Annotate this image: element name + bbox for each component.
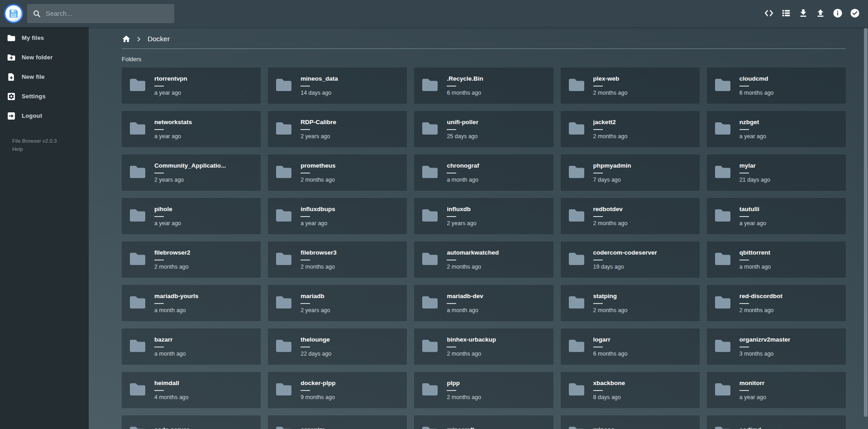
folder-card[interactable]: cloudcmd6 months ago bbox=[707, 67, 846, 104]
folder-name: rtorrentvpn bbox=[154, 75, 187, 82]
folder-name: logarr bbox=[593, 336, 628, 343]
folder-name: mariadb bbox=[300, 293, 330, 299]
folder-card[interactable]: mineos_data14 days ago bbox=[268, 67, 407, 104]
folder-card[interactable]: plpp2 months ago bbox=[414, 372, 553, 408]
sidebar-item-label: Logout bbox=[22, 112, 42, 119]
view-list-button[interactable] bbox=[780, 8, 792, 19]
folder-icon bbox=[421, 206, 439, 226]
folder-card[interactable]: networkstatsa year ago bbox=[122, 111, 261, 147]
folder-card[interactable]: monitorra year ago bbox=[707, 372, 846, 408]
name-divider bbox=[593, 303, 603, 304]
folder-card[interactable]: qbittorrenta month ago bbox=[707, 241, 846, 278]
folder-card[interactable]: minecraft bbox=[414, 415, 553, 429]
folder-name: code-server bbox=[154, 426, 189, 429]
folder-card[interactable]: Community_Applicatio...2 years ago bbox=[122, 154, 261, 191]
filebrowser-logo[interactable] bbox=[4, 4, 23, 23]
folder-card[interactable]: docker-plpp9 months ago bbox=[268, 372, 407, 408]
folder-card[interactable]: influxdbupsa year ago bbox=[268, 198, 407, 234]
folder-card[interactable]: mineos bbox=[561, 415, 700, 429]
sidebar-item-new-file[interactable]: New file bbox=[0, 67, 89, 87]
folder-icon bbox=[714, 250, 732, 270]
folder-modified: 2 months ago bbox=[447, 264, 499, 270]
name-divider bbox=[593, 129, 603, 130]
folder-card[interactable]: tautullia year ago bbox=[707, 198, 846, 234]
folder-modified: 3 months ago bbox=[739, 351, 791, 357]
name-divider bbox=[739, 260, 749, 260]
search-input[interactable] bbox=[46, 10, 169, 17]
folder-card[interactable]: mariadb-yourlsa month ago bbox=[122, 285, 261, 321]
upload-icon bbox=[816, 8, 825, 19]
folder-icon bbox=[714, 424, 732, 429]
folder-icon bbox=[568, 163, 586, 183]
folder-card[interactable]: phpmyadmin7 days ago bbox=[561, 154, 700, 191]
folder-card[interactable]: unifi-poller25 days ago bbox=[414, 111, 553, 147]
folder-card[interactable]: red-discordbot2 months ago bbox=[707, 285, 846, 321]
folder-name: xbackbone bbox=[593, 380, 625, 386]
help-link[interactable]: Help bbox=[12, 145, 23, 154]
folder-card[interactable]: binhex-urbackup2 months ago bbox=[414, 328, 553, 365]
folder-card[interactable]: heimdall4 months ago bbox=[122, 372, 261, 408]
folder-card[interactable]: jackett22 months ago bbox=[561, 111, 700, 147]
switch-view-button[interactable] bbox=[763, 8, 775, 19]
sidebar-item-label: New file bbox=[22, 73, 45, 80]
sidebar-item-label: My files bbox=[22, 34, 44, 41]
folder-icon bbox=[714, 206, 732, 226]
info-button[interactable] bbox=[832, 8, 844, 19]
download-icon bbox=[798, 8, 808, 19]
folder-card[interactable]: mariadb-deva month ago bbox=[414, 285, 553, 321]
folders-section-label: Folders bbox=[122, 56, 846, 63]
sidebar-item-my-files[interactable]: My files bbox=[0, 28, 89, 48]
sidebar-item-new-folder[interactable]: New folder bbox=[0, 48, 89, 67]
search-bar[interactable] bbox=[27, 4, 174, 23]
folder-card[interactable]: nzbgeta year ago bbox=[707, 111, 846, 147]
folder-card[interactable]: automarkwatched2 months ago bbox=[414, 241, 553, 278]
sidebar-item-settings[interactable]: Settings bbox=[0, 87, 89, 106]
file-plus-icon bbox=[7, 72, 16, 82]
folder-card[interactable]: thelounge22 days ago bbox=[268, 328, 407, 365]
upload-button[interactable] bbox=[815, 8, 826, 19]
folder-card[interactable]: chronografa month ago bbox=[414, 154, 553, 191]
folder-card[interactable]: organizr bbox=[268, 415, 407, 429]
folder-card[interactable]: codimd bbox=[707, 415, 846, 429]
folder-icon bbox=[568, 250, 586, 270]
folder-card[interactable]: mariadb2 years ago bbox=[268, 285, 407, 321]
scrollbar[interactable] bbox=[864, 28, 868, 417]
folder-icon bbox=[421, 76, 439, 96]
folder-card[interactable]: .Recycle.Bin6 months ago bbox=[414, 67, 553, 104]
folder-card[interactable]: RDP-Calibre2 years ago bbox=[268, 111, 407, 147]
folder-name: RDP-Calibre bbox=[300, 119, 336, 125]
folder-card[interactable]: statping2 months ago bbox=[561, 285, 700, 321]
folder-modified: 2 years ago bbox=[300, 133, 336, 140]
folder-card[interactable]: influxdb2 years ago bbox=[414, 198, 553, 234]
chevron-right-icon bbox=[135, 36, 142, 43]
download-button[interactable] bbox=[797, 8, 809, 19]
folder-icon bbox=[568, 76, 586, 96]
select-multiple-button[interactable] bbox=[849, 8, 861, 19]
name-divider bbox=[447, 390, 456, 391]
folder-card[interactable]: plex-web2 months ago bbox=[561, 67, 700, 104]
folder-card[interactable]: redbotdev2 months ago bbox=[561, 198, 700, 234]
home-icon[interactable] bbox=[122, 34, 131, 43]
folder-icon bbox=[275, 76, 293, 96]
folder-card[interactable]: code-server bbox=[122, 415, 261, 429]
folder-modified: 21 days ago bbox=[739, 177, 770, 183]
folder-name: nzbget bbox=[739, 119, 766, 125]
folder-modified: a month ago bbox=[447, 307, 483, 313]
folder-card[interactable]: codercom-codeserver19 days ago bbox=[561, 241, 700, 278]
folder-card[interactable]: prometheus2 months ago bbox=[268, 154, 407, 191]
folder-card[interactable]: logarr6 months ago bbox=[561, 328, 700, 365]
folder-card[interactable]: rtorrentvpna year ago bbox=[122, 67, 261, 104]
folder-icon bbox=[568, 206, 586, 226]
folder-card[interactable]: filebrowser22 months ago bbox=[122, 241, 261, 278]
folder-name: statping bbox=[593, 293, 628, 299]
folder-card[interactable]: organizrv2master3 months ago bbox=[707, 328, 846, 365]
folder-card[interactable]: xbackbone8 days ago bbox=[561, 372, 700, 408]
name-divider bbox=[154, 216, 164, 217]
folder-card[interactable]: piholea year ago bbox=[122, 198, 261, 234]
folder-name: minecraft bbox=[447, 426, 474, 429]
folder-card[interactable]: mylar21 days ago bbox=[707, 154, 846, 191]
folder-icon bbox=[714, 293, 732, 313]
sidebar-item-logout[interactable]: Logout bbox=[0, 106, 89, 125]
folder-card[interactable]: bazarra month ago bbox=[122, 328, 261, 365]
folder-card[interactable]: filebrowser32 months ago bbox=[268, 241, 407, 278]
